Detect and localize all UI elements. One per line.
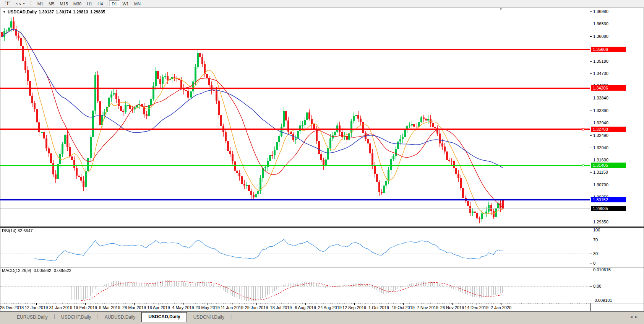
symbol-label: USDCAD,Daily bbox=[8, 10, 37, 14]
date-minor-tick bbox=[295, 303, 296, 304]
tab-scroll-left-icon[interactable]: ◀ bbox=[630, 315, 635, 319]
date-minor-tick bbox=[183, 303, 184, 304]
date-minor-tick bbox=[542, 303, 543, 304]
date-minor-tick bbox=[323, 303, 324, 304]
rsi-axis[interactable]: 10070300 bbox=[590, 228, 644, 266]
date-minor-tick bbox=[263, 303, 263, 304]
date-minor-tick bbox=[368, 303, 368, 304]
rsi-canvas[interactable] bbox=[0, 228, 590, 266]
date-label: 29 Jun 2019 bbox=[245, 305, 268, 310]
date-label: 12 Sep 2019 bbox=[342, 305, 366, 310]
chevron-down-icon: ▼ bbox=[23, 2, 25, 5]
date-minor-tick bbox=[181, 303, 182, 304]
date-minor-tick bbox=[573, 303, 573, 304]
date-minor-tick bbox=[454, 303, 454, 304]
date-minor-tick bbox=[372, 303, 373, 304]
timeframe-h4[interactable]: H4 bbox=[95, 0, 105, 7]
timeframe-m5[interactable]: M5 bbox=[46, 0, 57, 7]
date-minor-tick bbox=[53, 303, 54, 304]
macd-canvas[interactable] bbox=[0, 267, 590, 303]
macd-label: MACD(12,26,9) -0.005862 -0.005522 bbox=[2, 268, 71, 273]
price-tag-1.30152: 1.30152 bbox=[591, 197, 626, 202]
date-minor-tick bbox=[533, 303, 533, 304]
date-minor-tick bbox=[277, 303, 277, 304]
date-minor-tick bbox=[83, 303, 84, 304]
date-label: 6 Aug 2019 bbox=[295, 305, 316, 310]
chart-shift-marker[interactable]: ▼ bbox=[499, 8, 503, 11]
price-tick-label: 1.32040 bbox=[593, 145, 608, 150]
rsi-tick-label: 30 bbox=[593, 251, 598, 256]
date-label: 1 Oct 2019 bbox=[368, 305, 389, 310]
tab-usdcnh[interactable]: USDCNH,Daily bbox=[187, 313, 230, 322]
date-minor-tick bbox=[86, 303, 86, 304]
date-minor-tick bbox=[488, 303, 489, 304]
price-axis[interactable]: 1.369801.365301.360801.351801.347301.342… bbox=[590, 8, 644, 226]
timeframe-h1[interactable]: H1 bbox=[84, 0, 95, 7]
level-line-1.35606[interactable] bbox=[0, 49, 590, 50]
macd-plot[interactable]: MACD(12,26,9) -0.005862 -0.005522 bbox=[0, 267, 590, 303]
timeframe-d1[interactable]: D1 bbox=[109, 0, 120, 7]
rsi-plot[interactable]: RSI(14) 32.6647 bbox=[0, 228, 590, 266]
timeframe-m30[interactable]: M30 bbox=[71, 0, 84, 7]
date-minor-tick bbox=[125, 303, 126, 304]
date-minor-tick bbox=[388, 303, 389, 304]
date-minor-tick bbox=[188, 303, 188, 304]
date-minor-tick bbox=[42, 303, 42, 304]
date-minor-tick bbox=[209, 303, 209, 304]
level-line-1.34206[interactable] bbox=[0, 88, 590, 89]
date-minor-tick bbox=[524, 303, 524, 304]
date-minor-tick bbox=[586, 303, 587, 304]
date-axis[interactable]: 25 Dec 201812 Jan 201931 Jan 201919 Feb … bbox=[0, 303, 644, 311]
symbol-dropdown-icon[interactable]: ▼ bbox=[3, 10, 6, 14]
timeframe-w1[interactable]: W1 bbox=[120, 0, 131, 7]
date-minor-tick bbox=[466, 303, 466, 304]
date-minor-tick bbox=[95, 303, 96, 304]
price-tick-label: 1.29350 bbox=[593, 220, 608, 224]
timeframe-m1[interactable]: M1 bbox=[35, 0, 46, 7]
level-line-1.29835[interactable] bbox=[0, 208, 590, 209]
level-line-handle[interactable] bbox=[582, 164, 584, 166]
date-minor-tick bbox=[342, 303, 342, 304]
price-chart-canvas[interactable] bbox=[0, 8, 590, 226]
level-line-1.31405[interactable] bbox=[0, 165, 590, 166]
date-minor-tick bbox=[419, 303, 419, 304]
date-minor-tick bbox=[575, 303, 575, 304]
text-tool-button[interactable]: T bbox=[2, 0, 13, 7]
date-minor-tick bbox=[530, 303, 531, 304]
tab-usdcad[interactable]: USDCAD,Daily bbox=[141, 312, 187, 322]
date-minor-tick bbox=[247, 303, 247, 304]
timeframe-mn[interactable]: MN bbox=[131, 0, 143, 7]
arrows-tool-button[interactable]: ↖↘ ▼ bbox=[13, 0, 28, 7]
tab-eurusd[interactable]: EURUSD,Daily bbox=[11, 313, 54, 322]
date-minor-tick bbox=[442, 303, 443, 304]
date-minor-tick bbox=[330, 303, 331, 304]
price-tick-mark bbox=[590, 123, 592, 123]
date-minor-tick bbox=[393, 303, 394, 304]
date-minor-tick bbox=[344, 303, 345, 304]
level-line-handle[interactable] bbox=[582, 128, 584, 130]
date-minor-tick bbox=[179, 303, 179, 304]
date-minor-tick bbox=[337, 303, 337, 304]
date-minor-tick bbox=[235, 303, 235, 304]
macd-axis[interactable]: 0.0106150.00-0.009181 bbox=[590, 267, 644, 303]
date-minor-tick bbox=[400, 303, 401, 304]
price-chart-plot[interactable]: ▼ USDCAD,Daily 1.30137 1.30174 1.29813 1… bbox=[0, 8, 590, 226]
toolbar-separator bbox=[107, 1, 107, 7]
date-minor-tick bbox=[244, 303, 245, 304]
tab-scroll-right-icon[interactable]: ▶ bbox=[635, 315, 640, 319]
timeframe-m15[interactable]: M15 bbox=[57, 0, 70, 7]
date-minor-tick bbox=[402, 303, 403, 304]
level-line-1.30152[interactable] bbox=[0, 199, 590, 200]
date-minor-tick bbox=[381, 303, 382, 304]
date-minor-tick bbox=[72, 303, 72, 304]
date-minor-tick bbox=[339, 303, 340, 304]
date-minor-tick bbox=[200, 303, 200, 304]
date-minor-tick bbox=[311, 303, 312, 304]
date-minor-tick bbox=[256, 303, 256, 304]
tab-audusd[interactable]: AUDUSD,Daily bbox=[99, 313, 142, 322]
tab-usdchf[interactable]: USDCHF,Daily bbox=[55, 313, 97, 322]
date-minor-tick bbox=[74, 303, 75, 304]
timeframe-buttons: M1M5M15M30H1H4D1W1MN bbox=[35, 0, 147, 7]
level-line-1.32700[interactable] bbox=[0, 129, 590, 130]
date-minor-tick bbox=[177, 303, 177, 304]
